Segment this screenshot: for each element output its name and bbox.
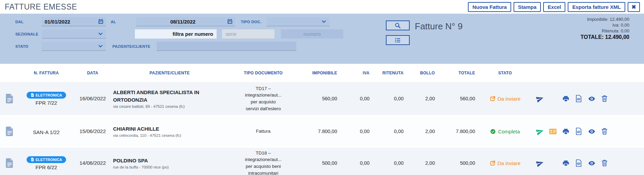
- col-header-ritenuta: RITENUTA: [372, 71, 406, 75]
- status-badge: ELETTRONICA: [27, 156, 66, 163]
- export-xml-button[interactable]: Esporta fatture XML: [568, 2, 625, 12]
- new-invoice-button[interactable]: Nuova Fattura: [468, 2, 511, 12]
- check-circle-icon: [490, 129, 496, 134]
- print-button[interactable]: Stampa: [514, 2, 541, 12]
- invoice-date: 16/06/2022: [74, 96, 112, 102]
- invoice-number: FPR 6/22: [19, 164, 74, 170]
- table-row: ELETTRONICA FPR 6/22 14/06/2022 POLDINO …: [0, 148, 644, 175]
- print-invoice-button[interactable]: [562, 127, 570, 135]
- imponibile-value: 7.800,00: [299, 129, 340, 134]
- invoice-number: SAN-A 1/22: [19, 129, 74, 135]
- printer-icon: [562, 128, 569, 135]
- filter-bar: DAL 01/01/2022 AL 08/11/2022 TIPO DOC. F…: [0, 14, 644, 64]
- invoice-count: Fatture N° 9: [415, 21, 462, 32]
- col-header-data: DATA: [74, 71, 112, 75]
- bollo-value: 2,00: [406, 129, 438, 134]
- serie-input[interactable]: [222, 29, 274, 39]
- invoice-date: 15/06/2022: [74, 128, 112, 134]
- status-badge: ELETTRONICA: [27, 92, 66, 99]
- col-header-totale: TOTALE: [438, 71, 478, 75]
- row-actions: [532, 159, 609, 167]
- document-icon: [5, 158, 14, 168]
- col-header-stato: STATO: [478, 71, 532, 75]
- iva-value: 0,00: [340, 96, 372, 101]
- stato-label: STATO: [15, 44, 28, 48]
- ritenuta-value: 0,00: [372, 129, 406, 134]
- totale-value: 500,00: [438, 160, 478, 166]
- paper-plane-icon: [535, 127, 545, 136]
- document-type: Fattura: [227, 128, 299, 135]
- view-invoice-button[interactable]: [587, 159, 596, 167]
- close-icon: ✖: [631, 4, 636, 10]
- view-invoice-button[interactable]: [587, 94, 596, 103]
- imponibile-value: 560,00: [299, 96, 340, 101]
- client-address: via cesare battisti, 89 - 47521 cesena (…: [113, 104, 227, 108]
- delete-invoice-button[interactable]: [600, 159, 609, 167]
- calendar-icon: [98, 18, 104, 25]
- export-arrow-icon: [490, 160, 496, 166]
- sezionale-label: SEZIONALE: [15, 32, 38, 36]
- ritenuta-value: 0,00: [372, 160, 406, 166]
- tipo-doc-label: TIPO DOC.: [241, 20, 262, 24]
- stato-select[interactable]: [42, 42, 106, 51]
- invoice-date: 14/06/2022: [74, 160, 112, 166]
- al-label: AL: [111, 20, 116, 24]
- delete-invoice-button[interactable]: [600, 127, 609, 135]
- xml-file-button[interactable]: [575, 159, 583, 167]
- contact-card-icon: [549, 128, 557, 135]
- list-icon: [394, 37, 401, 44]
- table-header: N. FATTURA DATA PAZIENTE/CLIENTE TIPO DO…: [0, 64, 644, 82]
- paziente-label: PAZIENTE/CLIENTE: [112, 44, 151, 48]
- export-arrow-icon: [490, 96, 496, 102]
- table-row: ELETTRONICA FPR 7/22 16/06/2022 ALBERTI …: [0, 82, 644, 115]
- tipo-doc-select[interactable]: [267, 17, 329, 26]
- col-header-imponibile: IMPONIBILE: [299, 71, 340, 75]
- invoice-number: FPR 7/22: [19, 100, 74, 106]
- table-row: SAN-A 1/22 15/06/2022 CHIARINI ACHILLE v…: [0, 117, 644, 146]
- print-invoice-button[interactable]: [562, 94, 570, 103]
- status-cell: Completa: [478, 129, 532, 134]
- close-button[interactable]: ✖: [628, 2, 640, 12]
- dal-label: DAL: [15, 20, 23, 24]
- document-icon: [5, 126, 14, 136]
- xml-file-button[interactable]: [575, 127, 583, 135]
- totals-imponibile: Imponibile: 12.490,00: [581, 16, 629, 22]
- trash-icon: [601, 159, 608, 167]
- bollo-value: 2,00: [406, 160, 438, 166]
- col-header-n-fattura: N. FATTURA: [19, 71, 74, 75]
- totale-value: 7.800,00: [438, 129, 478, 134]
- filter-by-number-toggle[interactable]: filtra per numero: [135, 29, 217, 39]
- sezionale-select[interactable]: [42, 29, 106, 39]
- print-invoice-button[interactable]: [562, 159, 570, 167]
- code-file-icon: [575, 159, 582, 167]
- trash-icon: [601, 128, 608, 135]
- numero-input[interactable]: [281, 29, 343, 39]
- totals-ritenuta: Ritenuta: 0,00: [581, 28, 629, 34]
- totale-value: 560,00: [438, 96, 478, 101]
- printer-icon: [562, 95, 569, 102]
- chevron-down-icon: [321, 19, 327, 24]
- search-button[interactable]: [386, 20, 410, 30]
- excel-button[interactable]: Excel: [543, 2, 565, 12]
- imponibile-value: 500,00: [299, 160, 340, 166]
- date-from-field[interactable]: 01/01/2022: [42, 17, 106, 26]
- date-to-field[interactable]: 08/11/2022: [136, 17, 235, 26]
- view-invoice-button[interactable]: [587, 127, 596, 135]
- document-type: TD17 – integrazione/aut... per acquisto …: [227, 85, 299, 112]
- paper-plane-icon: [535, 94, 545, 104]
- delete-invoice-button[interactable]: [600, 94, 609, 103]
- send-invoice-button[interactable]: [536, 94, 544, 103]
- col-header-paziente: PAZIENTE/CLIENTE: [112, 71, 227, 75]
- send-invoice-button[interactable]: [536, 127, 544, 135]
- row-actions: [532, 127, 609, 135]
- search-icon: [394, 22, 401, 29]
- list-view-button[interactable]: [386, 35, 410, 45]
- chevron-down-icon: [98, 43, 103, 49]
- document-icon: [31, 93, 34, 97]
- send-invoice-button[interactable]: [536, 159, 544, 167]
- contact-card-button[interactable]: [549, 127, 557, 135]
- document-type: TD18 – integrazione/aut... per acquisto …: [227, 150, 299, 175]
- paziente-input[interactable]: [157, 42, 296, 51]
- trash-icon: [601, 95, 608, 102]
- xml-file-button[interactable]: [575, 94, 583, 103]
